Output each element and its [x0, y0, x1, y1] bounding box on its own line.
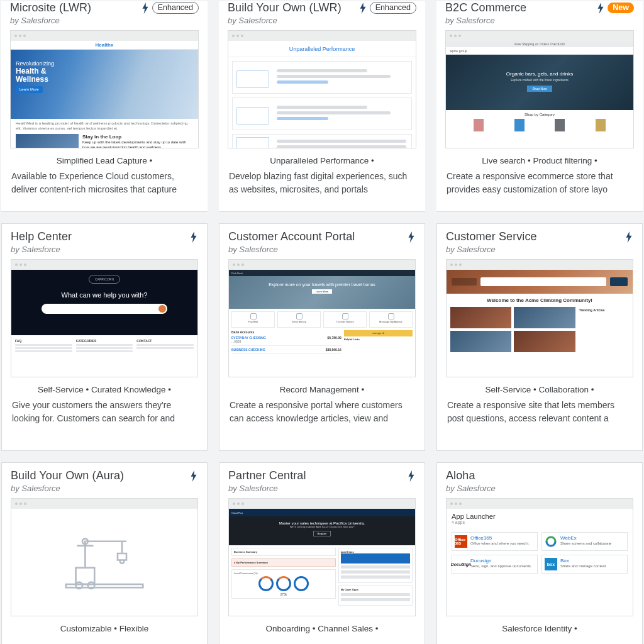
- card-author: by Salesforce: [446, 245, 633, 254]
- card-features: Simplified Lead Capture •: [10, 155, 199, 167]
- thumb-side-head: Trending Articles: [579, 308, 605, 312]
- card-author: by Salesforce: [445, 16, 634, 25]
- thumb-loop-title: Stay in the Loop: [82, 134, 121, 140]
- thumb-topbar: Free Shipping on Orders Over $100: [446, 41, 633, 47]
- thumb-col3: CONTACT: [136, 339, 152, 343]
- thumb-app-office365: Office 365Office365Office when and where…: [452, 532, 538, 551]
- card-features: Onboarding • Channel Sales •: [228, 623, 416, 635]
- card-thumbnail: Welcome to the Acme Climbing Community! …: [446, 259, 633, 377]
- template-grid: Microsite (LWR) Enhanced by Salesforce H…: [1, 1, 643, 644]
- card-description: Available to Experience Cloud customers,…: [10, 170, 199, 196]
- lightning-icon: [407, 231, 416, 243]
- card-thumbnail: Unparalleled Performance: [228, 30, 416, 148]
- thumb-hero-2: We're coming to Austin April 10-12! Do y…: [229, 525, 415, 528]
- template-card-help-center[interactable]: Help Center by Salesforce CAPRICORN What…: [1, 223, 208, 451]
- card-title: Help Center: [11, 230, 72, 243]
- card-thumbnail: App Launcher 4 apps Office 365Office365O…: [446, 498, 633, 616]
- template-card-aloha[interactable]: Aloha by Salesforce App Launcher 4 apps …: [436, 462, 643, 644]
- card-author: by Salesforce: [228, 245, 416, 254]
- template-card-customer-service[interactable]: Customer Service by Salesforce Welcome t…: [436, 223, 643, 451]
- card-badges: Enhanced: [358, 2, 416, 14]
- lightning-icon: [189, 470, 198, 482]
- thumb-brand: Park Bank: [231, 272, 243, 275]
- thumb-cta: Learn More: [312, 289, 332, 294]
- card-badges: New: [596, 3, 634, 14]
- card-features: Live search • Product filtering •: [445, 155, 634, 167]
- card-features: Customizable • Flexible: [11, 623, 198, 635]
- thumb-perf-head: My Performance Summary: [236, 561, 268, 564]
- crane-icon: [11, 509, 197, 616]
- thumb-launcher-title: App Launcher: [452, 513, 628, 520]
- card-thumbnail: CAPRICORN What can we help you with? FAQ…: [11, 259, 198, 377]
- thumb-col2: CATEGORIES: [76, 339, 97, 343]
- thumb-tile-3: Transfer Money: [336, 320, 354, 323]
- thumb-right-head: Lead Inbox: [341, 550, 354, 553]
- card-title: Aloha: [446, 469, 475, 482]
- template-card-microsite-lwr[interactable]: Microsite (LWR) Enhanced by Salesforce H…: [1, 1, 208, 212]
- card-title: Build Your Own (LWR): [228, 1, 341, 14]
- card-title: Microsite (LWR): [10, 1, 91, 14]
- template-card-b2c-commerce[interactable]: B2C Commerce New by Salesforce Free Ship…: [436, 1, 643, 212]
- thumb-headline: Unparalleled Performance: [228, 41, 416, 57]
- lightning-icon: [189, 231, 198, 243]
- thumb-cta: Register: [313, 531, 331, 536]
- card-features: Record Management •: [228, 384, 416, 396]
- card-header: Customer Account Portal: [228, 230, 416, 243]
- card-header: Build Your Own (LWR) Enhanced: [228, 1, 416, 14]
- lightning-icon: [407, 470, 416, 482]
- card-features: Unparalleled Performance •: [228, 155, 416, 167]
- thumb-cta: Shop Now: [527, 86, 552, 92]
- thumb-headline-2: Wellness: [16, 75, 48, 84]
- thumb-brand: CloudPlus: [231, 511, 243, 514]
- thumb-search: [42, 304, 167, 314]
- card-title: Build Your Own (Aura): [11, 469, 124, 482]
- thumb-sub: Explore crafted with the finest ingredie…: [446, 78, 633, 82]
- thumb-loop-sub: Keep up with the latest developments and…: [82, 140, 186, 148]
- card-thumbnail: Park Bank Explore more on your travels w…: [228, 259, 416, 377]
- card-author: by Salesforce: [11, 484, 198, 493]
- card-description: Give your customers the answers they're …: [11, 399, 198, 425]
- thumb-row2-val: $88,560.16: [326, 348, 341, 352]
- thumb-app-docusign: DocuSignDocusignSend, sign, and approve …: [452, 555, 538, 574]
- card-header: Aloha: [446, 469, 633, 482]
- thumb-brand: alpine group: [450, 49, 467, 53]
- thumb-brand: [452, 278, 477, 286]
- thumb-app-box: boxBoxShare and manage content: [541, 555, 628, 574]
- thumb-col1: FAQ: [15, 339, 21, 343]
- thumb-welcome: Welcome to the Acme Climbing Community!: [447, 294, 633, 307]
- template-card-build-your-own-lwr[interactable]: Build Your Own (LWR) Enhanced by Salesfo…: [219, 1, 425, 212]
- card-title: Partner Central: [228, 469, 306, 482]
- template-card-partner-central[interactable]: Partner Central by Salesforce CloudPlus …: [219, 462, 425, 644]
- card-header: Help Center: [11, 230, 198, 243]
- thumb-right-head: Helpful Links: [344, 338, 413, 341]
- thumb-hero: Explore more on your travels with premie…: [229, 282, 415, 287]
- thumb-tile-2: Send Money: [292, 320, 306, 323]
- thumb-tile-4: Message My Advisor: [379, 320, 402, 323]
- card-features: Salesforce Identity •: [446, 623, 633, 635]
- thumb-right-head2: My Open Opps: [341, 588, 358, 591]
- thumb-row2-lab: BUSINESS CHECKING: [231, 348, 265, 352]
- thumb-logo: CAPRICORN: [89, 275, 120, 284]
- card-description: Create a responsive portal where custome…: [228, 399, 416, 425]
- thumb-section: Shop by Category: [446, 113, 633, 116]
- thumb-headline: Organic bars, gels, and drinks: [446, 71, 633, 77]
- card-thumbnail: Free Shipping on Orders Over $100 alpine…: [445, 30, 634, 148]
- card-title: Customer Service: [446, 230, 537, 243]
- thumb-row1-val: $5,780.09: [328, 336, 341, 343]
- enhanced-badge: Enhanced: [152, 2, 199, 14]
- template-card-build-your-own-aura[interactable]: Build Your Own (Aura) by Salesforce: [1, 462, 208, 644]
- card-features: Self-Service • Curated Knowledge •: [11, 384, 198, 396]
- card-author: by Salesforce: [446, 484, 633, 493]
- thumb-question: What can we help you with?: [11, 291, 197, 299]
- template-card-customer-account-portal[interactable]: Customer Account Portal by Salesforce Pa…: [219, 223, 425, 451]
- lightning-icon: [358, 3, 367, 14]
- new-badge: New: [608, 3, 634, 13]
- thumb-gauge-val: 273k: [234, 592, 333, 596]
- thumb-gauge-label: Lead Conversion (%): [234, 572, 258, 575]
- lightning-icon: [141, 3, 150, 14]
- thumb-manage-btn: manage all: [344, 330, 413, 336]
- card-description: Create a responsive site that lets membe…: [446, 399, 633, 425]
- lightning-icon: [596, 3, 605, 14]
- thumb-blurb: HealthMed is a leading provider of healt…: [16, 121, 193, 131]
- browser-chrome: [11, 31, 198, 41]
